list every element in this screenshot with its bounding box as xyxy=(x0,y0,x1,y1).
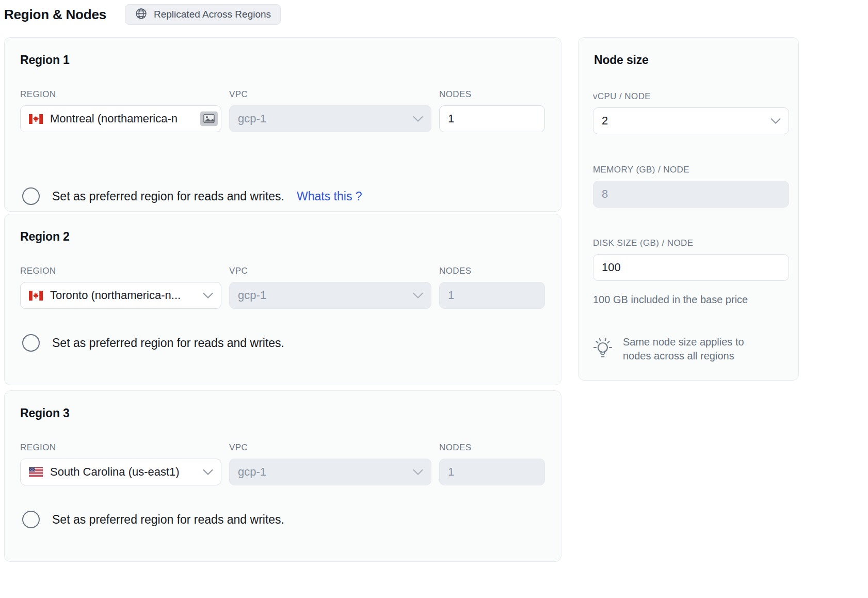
disk-helper-text: 100 GB included in the base price xyxy=(593,294,748,306)
whats-this-link[interactable]: Whats this ? xyxy=(297,190,362,203)
memory-field: MEMORY (GB) / NODE xyxy=(593,165,789,208)
chevron-down-icon xyxy=(770,118,781,124)
header: Region & Nodes Replicated Across Regions xyxy=(4,4,281,25)
disk-size-input[interactable] xyxy=(593,254,789,281)
region-3-preferred-radio[interactable] xyxy=(22,511,40,528)
region-label: REGION xyxy=(20,89,221,100)
vpc-label: VPC xyxy=(229,89,431,100)
chevron-down-icon xyxy=(412,292,424,299)
nodes-label: NODES xyxy=(439,443,545,453)
nodes-label: NODES xyxy=(439,266,545,276)
canada-flag-icon xyxy=(29,291,43,301)
chevron-down-icon xyxy=(412,469,424,476)
node-size-hint-text: Same node size applies to nodes across a… xyxy=(623,335,762,363)
region-1-card: Region 1 REGION Montreal (northamerica-n xyxy=(4,37,561,212)
region-3-vpc-value: gcp-1 xyxy=(238,465,266,479)
region-1-vpc-value: gcp-1 xyxy=(238,112,266,125)
region-1-nodes-field: NODES xyxy=(439,89,545,132)
region-1-nodes-input[interactable] xyxy=(439,105,545,132)
region-label: REGION xyxy=(20,266,221,276)
region-1-region-value: Montreal (northamerica-n xyxy=(50,112,178,125)
region-3-region-field: REGION xyxy=(20,443,221,485)
region-nodes-page: Region & Nodes Replicated Across Regions… xyxy=(0,0,868,598)
region-3-preferred-label: Set as preferred region for reads and wr… xyxy=(52,513,284,527)
region-1-vpc-field: VPC gcp-1 xyxy=(229,89,431,132)
memory-input xyxy=(593,181,789,208)
region-1-preferred-radio[interactable] xyxy=(22,187,40,205)
node-size-title: Node size xyxy=(594,53,649,67)
vcpu-label: vCPU / NODE xyxy=(593,91,789,102)
lightbulb-icon xyxy=(591,335,615,364)
region-1-title: Region 1 xyxy=(20,53,70,67)
replication-badge: Replicated Across Regions xyxy=(125,4,281,25)
region-2-preferred-radio[interactable] xyxy=(22,334,40,352)
page-title: Region & Nodes xyxy=(4,7,106,23)
region-1-region-field: REGION Montreal (northamerica-n xyxy=(20,89,221,132)
broken-image-icon xyxy=(200,112,218,127)
region-2-vpc-value: gcp-1 xyxy=(238,289,266,302)
region-1-preferred-label: Set as preferred region for reads and wr… xyxy=(52,190,284,203)
globe-icon xyxy=(135,7,148,22)
region-2-nodes-field: NODES xyxy=(439,266,545,309)
canada-flag-icon xyxy=(29,114,43,124)
region-2-region-select[interactable]: Toronto (northamerica-n... xyxy=(20,282,221,309)
region-2-region-value: Toronto (northamerica-n... xyxy=(50,289,181,302)
node-size-card: Node size vCPU / NODE 2 MEMORY (GB) / NO… xyxy=(578,37,799,381)
region-2-preferred-label: Set as preferred region for reads and wr… xyxy=(52,336,284,350)
region-3-vpc-field: VPC gcp-1 xyxy=(229,443,431,485)
region-1-region-select[interactable]: Montreal (northamerica-n xyxy=(20,105,221,132)
chevron-down-icon xyxy=(202,469,214,476)
region-2-vpc-select: gcp-1 xyxy=(229,282,431,309)
vpc-label: VPC xyxy=(229,266,431,276)
vcpu-select[interactable]: 2 xyxy=(593,107,789,134)
region-3-vpc-select: gcp-1 xyxy=(229,459,431,485)
chevron-down-icon xyxy=(202,292,214,299)
region-3-region-select[interactable]: South Carolina (us-east1) xyxy=(20,459,221,485)
region-label: REGION xyxy=(20,443,221,453)
region-2-nodes-input xyxy=(439,282,545,309)
region-3-region-value: South Carolina (us-east1) xyxy=(50,465,180,479)
region-2-title: Region 2 xyxy=(20,230,70,244)
region-3-title: Region 3 xyxy=(20,406,70,420)
disk-size-label: DISK SIZE (GB) / NODE xyxy=(593,238,789,248)
memory-label: MEMORY (GB) / NODE xyxy=(593,165,789,175)
vpc-label: VPC xyxy=(229,443,431,453)
usa-flag-icon xyxy=(29,467,43,477)
region-1-preferred-row: Set as preferred region for reads and wr… xyxy=(22,187,362,205)
region-3-nodes-input xyxy=(439,459,545,485)
chevron-down-icon xyxy=(412,116,424,122)
vcpu-field: vCPU / NODE 2 xyxy=(593,91,789,134)
region-2-region-field: REGION Toronto (northamerica-n... xyxy=(20,266,221,309)
node-size-hint: Same node size applies to nodes across a… xyxy=(591,335,762,364)
region-3-card: Region 3 REGION xyxy=(4,390,561,562)
nodes-label: NODES xyxy=(439,89,545,100)
region-2-card: Region 2 REGION Toronto (northamerica-n.… xyxy=(4,214,561,385)
region-2-preferred-row: Set as preferred region for reads and wr… xyxy=(22,334,284,352)
region-1-vpc-select: gcp-1 xyxy=(229,105,431,132)
region-3-preferred-row: Set as preferred region for reads and wr… xyxy=(22,511,284,528)
region-3-nodes-field: NODES xyxy=(439,443,545,485)
vcpu-value: 2 xyxy=(602,114,608,128)
region-2-vpc-field: VPC gcp-1 xyxy=(229,266,431,309)
disk-size-field: DISK SIZE (GB) / NODE xyxy=(593,238,789,281)
replication-badge-label: Replicated Across Regions xyxy=(154,9,271,20)
